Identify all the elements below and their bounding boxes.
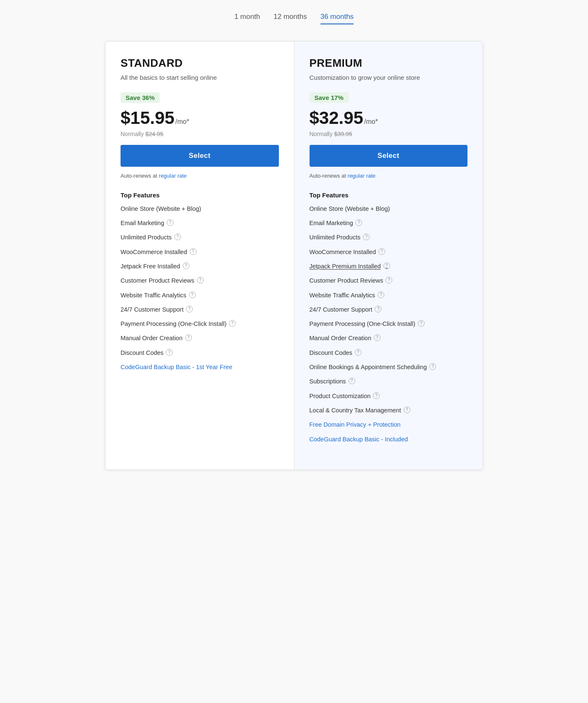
standard-top-features-label: Top Features — [121, 191, 279, 199]
help-icon[interactable]: ? — [355, 219, 362, 226]
list-item: CodeGuard Backup Basic - 1st Year Free — [121, 363, 279, 371]
premium-price-amount: $32.95 — [310, 108, 363, 128]
standard-normal-price: Normally $24.95 — [121, 131, 279, 137]
help-icon[interactable]: ? — [229, 320, 236, 327]
help-icon[interactable]: ? — [375, 306, 381, 312]
list-item: Manual Order Creation? — [310, 334, 468, 342]
help-icon[interactable]: ? — [186, 306, 193, 312]
help-icon[interactable]: ? — [349, 378, 355, 384]
list-item: Online Store (Website + Blog) — [310, 205, 468, 213]
list-item: Discount Codes? — [121, 349, 279, 357]
list-item: Product Customization? — [310, 392, 468, 400]
help-icon[interactable]: ? — [183, 262, 189, 269]
list-item: 24/7 Customer Support? — [310, 305, 468, 314]
plans-container: STANDARD All the basics to start selling… — [105, 41, 483, 470]
premium-auto-renew: Auto-renews at regular rate — [310, 173, 468, 179]
premium-plan-name: PREMIUM — [310, 57, 468, 70]
list-item: Website Traffic Analytics? — [310, 291, 468, 299]
standard-regular-rate-link[interactable]: regular rate — [159, 173, 186, 179]
billing-tabs: 1 month12 months36 months — [234, 13, 354, 24]
help-icon[interactable]: ? — [429, 363, 436, 370]
list-item: Payment Processing (One-Click Install)? — [310, 320, 468, 328]
billing-tab-36months[interactable]: 36 months — [320, 13, 354, 24]
premium-price-row: $32.95 /mo* — [310, 108, 468, 128]
help-icon[interactable]: ? — [355, 349, 362, 356]
help-icon[interactable]: ? — [185, 334, 192, 341]
help-icon[interactable]: ? — [197, 277, 204, 283]
help-icon[interactable]: ? — [404, 407, 410, 413]
billing-tab-12months[interactable]: 12 months — [273, 13, 307, 24]
premium-select-button[interactable]: Select — [310, 145, 468, 167]
standard-features-list: Online Store (Website + Blog)Email Marke… — [121, 205, 279, 372]
list-item: Jetpack Free Installed? — [121, 262, 279, 270]
standard-price-period: /mo* — [175, 118, 189, 126]
standard-save-badge: Save 36% — [121, 92, 160, 103]
list-item: Unlimited Products? — [310, 233, 468, 241]
list-item: Manual Order Creation? — [121, 334, 279, 342]
list-item: Online Bookings & Appointment Scheduling… — [310, 363, 468, 371]
help-icon[interactable]: ? — [373, 392, 380, 399]
standard-price-row: $15.95 /mo* — [121, 108, 279, 128]
help-icon[interactable]: ? — [167, 219, 173, 226]
list-item: CodeGuard Backup Basic - Included — [310, 435, 468, 443]
plan-card-premium: PREMIUM Customization to grow your onlin… — [294, 42, 483, 470]
premium-plan-description: Customization to grow your online store — [310, 73, 468, 82]
list-item: WooCommerce Installed? — [310, 248, 468, 256]
list-item: WooCommerce Installed? — [121, 248, 279, 256]
premium-save-badge: Save 17% — [310, 92, 349, 103]
list-item: Payment Processing (One-Click Install)? — [121, 320, 279, 328]
premium-normal-price: Normally $39.95 — [310, 131, 468, 137]
help-icon[interactable]: ? — [378, 291, 384, 298]
premium-strikethrough-price: $39.95 — [334, 131, 352, 137]
premium-price-period: /mo* — [364, 118, 378, 126]
standard-plan-name: STANDARD — [121, 57, 279, 70]
list-item: Jetpack Premium Installed? — [310, 262, 468, 270]
premium-regular-rate-link[interactable]: regular rate — [348, 173, 375, 179]
list-item: Online Store (Website + Blog) — [121, 205, 279, 213]
help-icon[interactable]: ? — [190, 248, 197, 255]
help-icon[interactable]: ? — [174, 233, 181, 240]
billing-tab-1month[interactable]: 1 month — [234, 13, 260, 24]
standard-plan-description: All the basics to start selling online — [121, 73, 279, 82]
help-icon[interactable]: ? — [374, 334, 381, 341]
list-item: Customer Product Reviews? — [310, 276, 468, 285]
help-icon[interactable]: ? — [386, 277, 392, 283]
help-icon[interactable]: ? — [189, 291, 196, 298]
help-icon[interactable]: ? — [166, 349, 173, 356]
list-item: Discount Codes? — [310, 349, 468, 357]
premium-top-features-label: Top Features — [310, 191, 468, 199]
help-icon[interactable]: ? — [383, 262, 390, 269]
premium-features-list: Online Store (Website + Blog)Email Marke… — [310, 205, 468, 443]
help-icon[interactable]: ? — [418, 320, 425, 327]
plan-card-standard: STANDARD All the basics to start selling… — [105, 42, 294, 470]
standard-price-amount: $15.95 — [121, 108, 174, 128]
list-item: Subscriptions? — [310, 377, 468, 386]
list-item: Email Marketing? — [121, 219, 279, 227]
list-item: Free Domain Privacy + Protection — [310, 420, 468, 429]
list-item: Customer Product Reviews? — [121, 276, 279, 285]
standard-auto-renew: Auto-renews at regular rate — [121, 173, 279, 179]
list-item: Email Marketing? — [310, 219, 468, 227]
list-item: 24/7 Customer Support? — [121, 305, 279, 314]
list-item: Unlimited Products? — [121, 233, 279, 241]
help-icon[interactable]: ? — [363, 233, 370, 240]
list-item: Local & Country Tax Management? — [310, 406, 468, 414]
help-icon[interactable]: ? — [378, 248, 385, 255]
standard-select-button[interactable]: Select — [121, 145, 279, 167]
list-item: Website Traffic Analytics? — [121, 291, 279, 299]
standard-strikethrough-price: $24.95 — [145, 131, 163, 137]
